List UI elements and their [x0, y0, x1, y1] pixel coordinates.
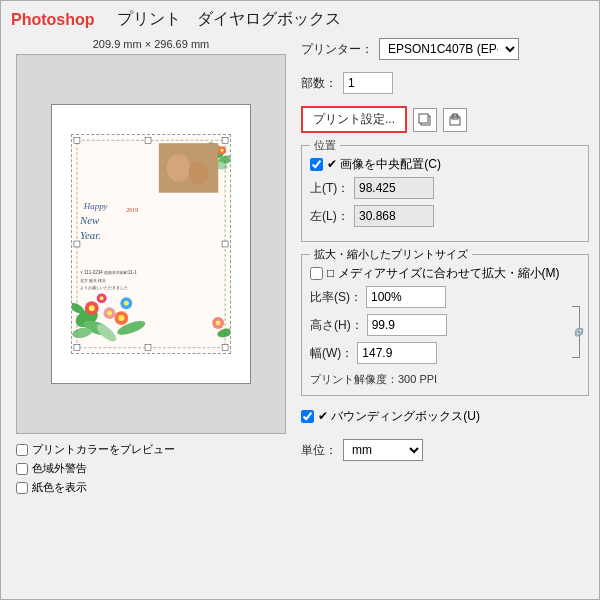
unit-row: 単位： mm px inches cm [301, 439, 589, 461]
resolution-text: プリント解像度：300 PPI [310, 372, 580, 387]
paper-color-checkbox[interactable] [16, 482, 28, 494]
bounding-box-checkbox[interactable] [301, 410, 314, 423]
center-image-label: ✔ 画像を中央配置(C) [327, 156, 441, 173]
svg-text:よりお越しいただきました: よりお越しいただきました [80, 285, 128, 290]
svg-rect-51 [453, 114, 457, 117]
svg-rect-42 [74, 241, 80, 247]
card-image: Happy New Year. 2019 〒111-2234 道路本市斜町11-… [71, 134, 231, 354]
svg-point-10 [118, 315, 124, 321]
print-settings-button[interactable]: プリント設定... [301, 106, 407, 133]
paper-size-label: 209.9 mm × 296.69 mm [93, 38, 209, 50]
width-input[interactable] [357, 342, 437, 364]
print-settings-row: プリント設定... [301, 106, 589, 133]
left-panel: 209.9 mm × 296.69 mm [11, 38, 291, 499]
checkbox-item-preview: プリントカラーをプレビュー [16, 442, 286, 457]
svg-text:2019: 2019 [126, 207, 138, 213]
print-color-preview-label: プリントカラーをプレビュー [32, 442, 175, 457]
copies-label: 部数： [301, 75, 337, 92]
width-field-row: 幅(W)： [310, 342, 566, 364]
printer-label: プリンター： [301, 41, 373, 58]
svg-rect-41 [222, 137, 228, 143]
height-field-row: 高さ(H)： [310, 314, 566, 336]
svg-text:Year.: Year. [80, 229, 101, 241]
preview-container: Happy New Year. 2019 〒111-2234 道路本市斜町11-… [16, 54, 286, 434]
right-panel: プリンター： EPSON1C407B (EP-... ∨ 部数： プリント設定.… [301, 38, 589, 499]
svg-text:〒111-2234 道路本市斜町11-1: 〒111-2234 道路本市斜町11-1 [80, 270, 137, 275]
bounding-box-row: ✔ バウンディングボックス(U) [301, 408, 589, 425]
top-field-label: 上(T)： [310, 180, 350, 197]
position-group-content: ✔ 画像を中央配置(C) 上(T)： 左(L)： [310, 156, 580, 227]
bounding-box-label: ✔ バウンディングボックス(U) [318, 408, 480, 425]
left-field-input[interactable] [354, 205, 434, 227]
svg-rect-44 [74, 345, 80, 351]
icon-button-1[interactable] [413, 108, 437, 132]
title-bar: Photoshop プリント ダイヤログボックス [11, 9, 589, 30]
copies-row: 部数： [301, 72, 589, 94]
fit-media-checkbox[interactable] [310, 267, 323, 280]
card-inner: Happy New Year. 2019 〒111-2234 道路本市斜町11-… [72, 135, 230, 353]
center-image-checkbox[interactable] [310, 158, 323, 171]
paper-color-label: 紙色を表示 [32, 480, 87, 495]
dialog-title: プリント ダイヤログボックス [101, 9, 341, 30]
scale-field-label: 比率(S)： [310, 289, 362, 306]
svg-point-14 [124, 301, 129, 306]
height-input[interactable] [367, 314, 447, 336]
height-field-label: 高さ(H)： [310, 317, 363, 334]
scale-field-row: 比率(S)： [310, 286, 566, 308]
scale-group: 拡大・縮小したプリントサイズ □ メディアサイズに合わせて拡大・縮小(M) 比率… [301, 254, 589, 396]
print-color-preview-checkbox[interactable] [16, 444, 28, 456]
svg-text:Happy: Happy [83, 201, 108, 211]
left-field-label: 左(L)： [310, 208, 350, 225]
svg-text:北方 族夫 様夫: 北方 族夫 様夫 [80, 278, 106, 283]
svg-rect-45 [145, 345, 151, 351]
center-image-row: ✔ 画像を中央配置(C) [310, 156, 580, 173]
print-dialog: Photoshop プリント ダイヤログボックス 209.9 mm × 296.… [0, 0, 600, 600]
svg-point-36 [216, 321, 221, 326]
svg-rect-40 [145, 137, 151, 143]
copies-input[interactable] [343, 72, 393, 94]
svg-rect-48 [419, 114, 428, 123]
svg-point-27 [189, 161, 209, 185]
fit-media-label: □ メディアサイズに合わせて拡大・縮小(M) [327, 265, 560, 282]
svg-point-6 [89, 305, 95, 311]
resolution-value: 300 PPI [398, 373, 437, 385]
left-field-row: 左(L)： [310, 205, 580, 227]
scale-group-content: □ メディアサイズに合わせて拡大・縮小(M) 比率(S)： 高さ(H)： [310, 265, 580, 387]
fit-media-row: □ メディアサイズに合わせて拡大・縮小(M) [310, 265, 580, 282]
position-group: 位置 ✔ 画像を中央配置(C) 上(T)： 左(L)： [301, 145, 589, 242]
icon-button-2[interactable] [443, 108, 467, 132]
paper-preview: Happy New Year. 2019 〒111-2234 道路本市斜町11-… [51, 104, 251, 384]
resolution-label: プリント解像度： [310, 373, 398, 385]
unit-select[interactable]: mm px inches cm [343, 439, 423, 461]
unit-label: 単位： [301, 442, 337, 459]
svg-rect-39 [74, 137, 80, 143]
svg-point-12 [100, 296, 104, 300]
main-area: 209.9 mm × 296.69 mm [11, 38, 589, 499]
scale-input[interactable] [366, 286, 446, 308]
gamut-warning-label: 色域外警告 [32, 461, 87, 476]
printer-select[interactable]: EPSON1C407B (EP-... ∨ [379, 38, 519, 60]
svg-point-22 [221, 149, 224, 152]
svg-point-26 [167, 154, 191, 182]
checkboxes-area: プリントカラーをプレビュー 色域外警告 紙色を表示 [16, 442, 286, 499]
app-title: Photoshop [11, 11, 95, 29]
svg-point-8 [107, 311, 112, 316]
position-group-label: 位置 [310, 138, 340, 153]
width-field-label: 幅(W)： [310, 345, 353, 362]
checkbox-item-paper: 紙色を表示 [16, 480, 286, 495]
svg-rect-43 [222, 241, 228, 247]
top-field-input[interactable] [354, 177, 434, 199]
checkbox-item-gamut: 色域外警告 [16, 461, 286, 476]
scale-group-label: 拡大・縮小したプリントサイズ [310, 247, 472, 262]
printer-row: プリンター： EPSON1C407B (EP-... ∨ [301, 38, 589, 60]
top-field-row: 上(T)： [310, 177, 580, 199]
svg-rect-46 [222, 345, 228, 351]
gamut-warning-checkbox[interactable] [16, 463, 28, 475]
svg-text:New: New [79, 214, 100, 226]
